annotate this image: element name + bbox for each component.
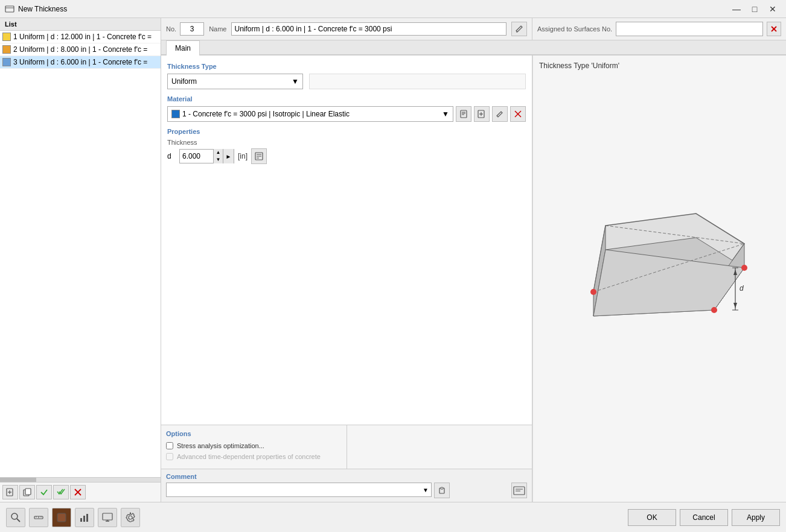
form-area: Thickness Type Uniform ▼ Material	[161, 55, 786, 502]
bottom-right-buttons: OK Cancel Apply	[628, 509, 780, 526]
diagram-panel: Thickness Type 'Uniform'	[532, 55, 786, 502]
svg-rect-55	[86, 514, 88, 522]
thickness-arrow-button[interactable]: ►	[223, 149, 234, 163]
color-bottom-button[interactable]	[52, 508, 71, 527]
comment-area: Comment ▼	[161, 469, 532, 502]
material-dropdown[interactable]: 1 - Concrete f'c = 3000 psi | Isotropic …	[167, 106, 453, 122]
name-input[interactable]	[231, 22, 506, 36]
assigned-clear-button[interactable]	[767, 22, 781, 36]
thickness-row: d ▲ ▼ ► [in]	[167, 148, 526, 164]
svg-point-59	[129, 516, 132, 519]
ruler-icon	[33, 512, 44, 523]
new-item-button[interactable]	[2, 485, 18, 499]
ok-button[interactable]: OK	[628, 509, 676, 526]
check-all-icon	[57, 488, 65, 496]
list-item-selected[interactable]: 3 Uniform | d : 6.000 in | 1 - Concrete …	[0, 56, 161, 69]
view-bottom-button[interactable]	[98, 508, 117, 527]
material-info-button[interactable]	[456, 106, 471, 122]
comment-right	[455, 473, 527, 498]
material-edit-icon	[496, 110, 504, 118]
duplicate-item-button[interactable]	[19, 485, 35, 499]
svg-point-38	[741, 265, 747, 271]
comment-paste-button[interactable]	[434, 483, 450, 498]
svg-line-47	[17, 519, 20, 522]
comment-diagram-button[interactable]	[511, 483, 527, 498]
duplicate-icon	[23, 488, 31, 496]
dropdown-arrow-icon: ▼	[292, 77, 299, 86]
stress-option-row: Stress analysis optimization...	[166, 442, 342, 449]
thickness-type-dropdown[interactable]: Uniform ▼	[167, 74, 303, 89]
thickness-calc-button[interactable]	[251, 148, 267, 164]
material-edit-button[interactable]	[492, 106, 508, 122]
stress-checkbox[interactable]	[166, 442, 173, 449]
material-color-box	[171, 110, 180, 118]
maximize-button[interactable]: □	[746, 2, 763, 16]
horizontal-scrollbar[interactable]	[0, 477, 161, 482]
diagram-svg-area: d	[539, 76, 780, 496]
item-text-2: 2 Uniform | d : 8.000 in | 1 - Concrete …	[13, 45, 158, 54]
main-content: List 1 Uniform | d : 12.000 in | 1 - Con…	[0, 18, 786, 502]
advanced-checkbox[interactable]	[166, 453, 173, 460]
delete-item-button[interactable]	[70, 485, 86, 499]
svg-rect-53	[80, 518, 82, 522]
settings-icon	[125, 512, 136, 523]
no-value: 3	[180, 22, 204, 36]
comment-dropdown[interactable]: ▼	[166, 483, 432, 497]
item-color-3	[2, 58, 11, 66]
item-color-1	[2, 33, 11, 41]
name-label: Name	[209, 25, 226, 33]
thickness-up-button[interactable]: ▲	[213, 149, 223, 156]
list-item[interactable]: 2 Uniform | d : 8.000 in | 1 - Concrete …	[0, 43, 161, 56]
monitor-icon	[102, 512, 113, 523]
search-bottom-button[interactable]	[6, 508, 25, 527]
svg-rect-26	[441, 487, 443, 489]
tab-main[interactable]: Main	[166, 40, 200, 55]
item-text-3: 3 Uniform | d : 6.000 in | 1 - Concrete …	[13, 58, 158, 66]
no-label: No.	[166, 25, 176, 33]
comment-left: Comment ▼	[166, 473, 450, 498]
svg-rect-56	[103, 513, 112, 520]
check-button[interactable]	[36, 485, 52, 499]
cancel-button[interactable]: Cancel	[680, 509, 728, 526]
material-delete-button[interactable]	[510, 106, 526, 122]
paste-icon	[438, 487, 446, 494]
options-split: Options Stress analysis optimization... …	[161, 425, 532, 469]
window-title: New Thickness	[18, 5, 728, 13]
minimize-button[interactable]: —	[728, 2, 745, 16]
book-icon	[459, 110, 468, 118]
svg-rect-6	[25, 489, 31, 495]
number-box: No. 3	[166, 22, 204, 36]
search-bottom-icon	[10, 512, 21, 523]
item-text-1: 1 Uniform | d : 12.000 in | 1 - Concrete…	[13, 33, 158, 41]
list-header: List	[0, 18, 161, 31]
thickness-input-wrapper: ▲ ▼ ►	[179, 149, 234, 163]
comment-input-row: ▼	[166, 483, 450, 498]
check2-button[interactable]	[53, 485, 69, 499]
comment-label: Comment	[166, 473, 450, 480]
right-area: No. 3 Name Assigned to Surfaces No.	[161, 18, 786, 502]
window-controls: — □ ✕	[728, 2, 781, 16]
thickness-down-button[interactable]: ▼	[213, 156, 223, 163]
settings-bottom-button[interactable]	[121, 508, 140, 527]
svg-point-37	[590, 289, 596, 295]
material-new-button[interactable]	[474, 106, 490, 122]
close-button[interactable]: ✕	[764, 2, 781, 16]
stress-label: Stress analysis optimization...	[177, 442, 264, 449]
thickness-input[interactable]	[180, 151, 213, 162]
apply-button[interactable]: Apply	[732, 509, 780, 526]
thickness-type-value: Uniform	[171, 77, 197, 86]
list-item[interactable]: 1 Uniform | d : 12.000 in | 1 - Concrete…	[0, 31, 161, 43]
assigned-input[interactable]	[616, 22, 763, 36]
options-right	[347, 425, 532, 469]
material-row: 1 - Concrete f'c = 3000 psi | Isotropic …	[167, 106, 526, 122]
thickness-type-preview	[309, 74, 526, 89]
thickness-type-section-label: Thickness Type	[167, 63, 526, 70]
measure-bottom-button[interactable]	[29, 508, 48, 527]
svg-rect-12	[461, 110, 467, 118]
bottom-toolbar: OK Cancel Apply	[0, 502, 786, 532]
options-left: Options Stress analysis optimization... …	[161, 425, 347, 469]
thickness-spinners: ▲ ▼	[213, 149, 223, 163]
chart-bottom-button[interactable]	[75, 508, 94, 527]
svg-point-39	[711, 307, 717, 313]
name-edit-button[interactable]	[511, 22, 527, 36]
